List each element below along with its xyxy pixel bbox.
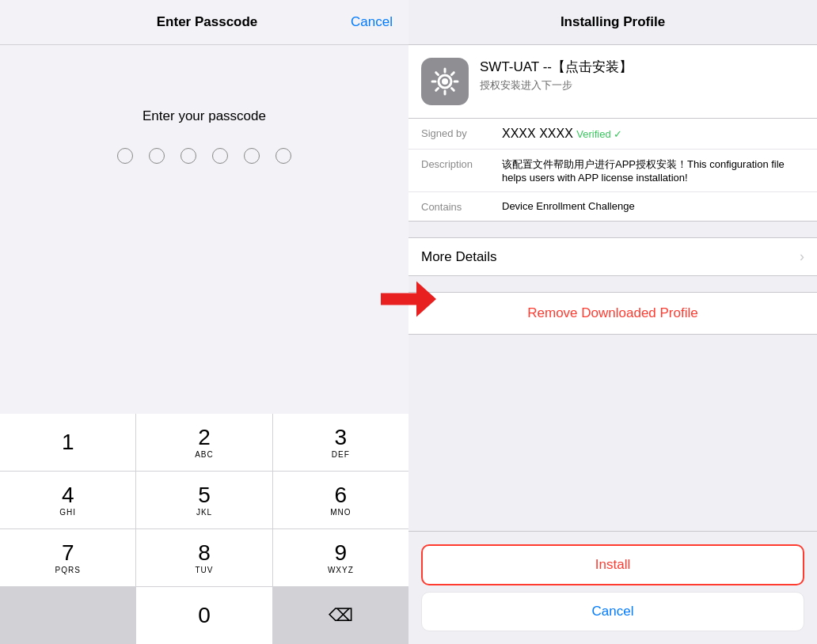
profile-subtitle: 授权安装进入下一步 <box>480 78 633 93</box>
contains-value: Device Enrollment Challenge <box>502 200 804 213</box>
enter-passcode-header: Enter Passcode Cancel <box>0 0 408 45</box>
svg-marker-1 <box>416 282 436 317</box>
key-2[interactable]: 2 ABC <box>136 414 272 471</box>
key-9[interactable]: 9 WXYZ <box>273 529 408 586</box>
settings-gear-icon <box>421 58 469 105</box>
passcode-dot-2 <box>149 148 165 164</box>
delete-button[interactable]: ⌫ <box>273 587 408 644</box>
remove-profile-button[interactable]: Remove Downloaded Profile <box>527 305 697 320</box>
signed-by-row: Signed by XXXX XXXX Verified ✓ <box>408 119 817 150</box>
contains-row: Contains Device Enrollment Challenge <box>408 192 817 221</box>
left-panel: Enter Passcode Cancel Enter your passcod… <box>0 0 408 644</box>
installing-profile-title: Installing Profile <box>560 14 665 29</box>
profile-name: SWT-UAT --【点击安装】 <box>480 58 633 76</box>
svg-point-12 <box>442 78 448 85</box>
key-empty <box>0 587 135 644</box>
action-buttons: Install Cancel <box>408 531 817 644</box>
chevron-right-icon: › <box>800 248 804 265</box>
signed-by-label: Signed by <box>421 127 492 141</box>
key-0[interactable]: 0 <box>136 587 272 644</box>
description-row: Description 该配置文件帮助用户进行APP授权安装！This conf… <box>408 150 817 192</box>
passcode-dot-6 <box>276 148 291 164</box>
remove-profile-section[interactable]: Remove Downloaded Profile <box>408 292 817 335</box>
installing-profile-header: Installing Profile <box>408 0 817 45</box>
right-cancel-button[interactable]: Cancel <box>421 592 804 631</box>
svg-line-9 <box>452 73 454 75</box>
key-5[interactable]: 5 JKL <box>136 472 272 528</box>
profile-info-section: SWT-UAT --【点击安装】 授权安装进入下一步 <box>408 45 817 119</box>
passcode-dot-1 <box>117 148 133 164</box>
key-6[interactable]: 6 MNO <box>273 472 408 528</box>
key-1[interactable]: 1 <box>0 414 135 471</box>
passcode-dot-5 <box>244 148 260 164</box>
right-arrow-icon <box>377 278 440 321</box>
passcode-prompt-text: Enter your passcode <box>0 108 408 124</box>
description-value: 该配置文件帮助用户进行APP授权安装！This configuration fi… <box>502 157 804 184</box>
install-button[interactable]: Install <box>421 544 804 585</box>
delete-icon: ⌫ <box>329 605 353 626</box>
more-details-row[interactable]: More Details › <box>408 237 817 276</box>
passcode-dot-3 <box>180 148 196 164</box>
svg-line-11 <box>452 89 454 91</box>
keypad: 1 2 ABC 3 DEF 4 GHI 5 JKL 6 MNO 7 PQRS 8 <box>0 414 408 644</box>
passcode-dots <box>0 148 408 164</box>
key-4[interactable]: 4 GHI <box>0 472 135 528</box>
svg-line-10 <box>436 89 439 91</box>
verified-badge: Verified ✓ <box>576 128 622 140</box>
enter-passcode-title: Enter Passcode <box>63 14 351 30</box>
profile-details-section: Signed by XXXX XXXX Verified ✓ Descripti… <box>408 119 817 222</box>
key-3[interactable]: 3 DEF <box>273 414 408 471</box>
left-cancel-button[interactable]: Cancel <box>351 14 393 30</box>
more-details-label: More Details <box>421 249 496 265</box>
contains-label: Contains <box>421 200 492 213</box>
key-8[interactable]: 8 TUV <box>136 529 272 586</box>
passcode-dot-4 <box>212 148 228 164</box>
right-panel: Installing Profile <box>408 0 817 644</box>
profile-app-icon <box>421 58 469 105</box>
svg-line-8 <box>436 73 439 75</box>
arrow-indicator <box>377 278 440 324</box>
description-label: Description <box>421 157 492 184</box>
svg-rect-0 <box>381 294 416 305</box>
signed-by-value: XXXX XXXX Verified ✓ <box>502 127 622 141</box>
profile-text-block: SWT-UAT --【点击安装】 授权安装进入下一步 <box>480 58 633 93</box>
key-7[interactable]: 7 PQRS <box>0 529 135 586</box>
